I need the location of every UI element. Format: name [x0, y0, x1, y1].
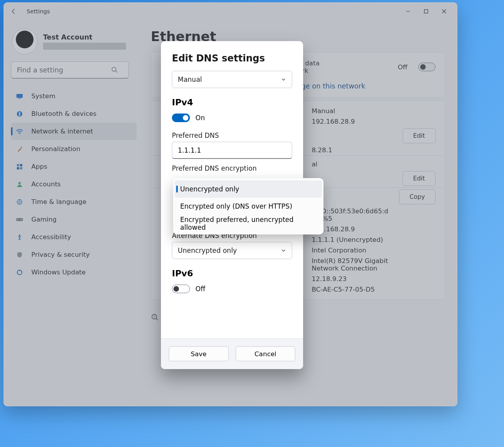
- chevron-down-icon: [281, 77, 286, 82]
- save-button[interactable]: Save: [169, 346, 229, 361]
- ipv4-state: On: [195, 114, 205, 122]
- dns-mode-value: Manual: [178, 76, 202, 83]
- encryption-dropdown: Unencrypted onlyEncrypted only (DNS over…: [173, 178, 323, 234]
- dialog-title: Edit DNS settings: [172, 53, 292, 64]
- preferred-dns-input-wrapper: [172, 142, 292, 159]
- chevron-down-icon: [281, 248, 286, 253]
- ipv6-toggle[interactable]: [172, 285, 190, 293]
- ipv6-heading: IPv6: [172, 269, 292, 278]
- preferred-enc-label: Preferred DNS encryption: [172, 164, 292, 172]
- cancel-button[interactable]: Cancel: [236, 346, 296, 361]
- alt-enc-value: Unencrypted only: [178, 247, 237, 254]
- ipv6-state: Off: [195, 285, 205, 293]
- dns-mode-select[interactable]: Manual: [172, 71, 292, 88]
- encryption-option[interactable]: Unencrypted only: [175, 180, 322, 198]
- preferred-dns-label: Preferred DNS: [172, 132, 292, 139]
- dialog-footer: Save Cancel: [161, 338, 303, 369]
- encryption-option[interactable]: Encrypted only (DNS over HTTPS): [175, 198, 322, 215]
- alt-enc-select[interactable]: Unencrypted only: [172, 242, 292, 259]
- preferred-dns-input[interactable]: [178, 146, 286, 154]
- ipv4-heading: IPv4: [172, 97, 292, 107]
- encryption-option[interactable]: Encrypted preferred, unencrypted allowed: [175, 215, 322, 232]
- ipv4-toggle[interactable]: [172, 114, 190, 122]
- settings-window: Settings Test Account SystemBluetooth & …: [4, 2, 457, 406]
